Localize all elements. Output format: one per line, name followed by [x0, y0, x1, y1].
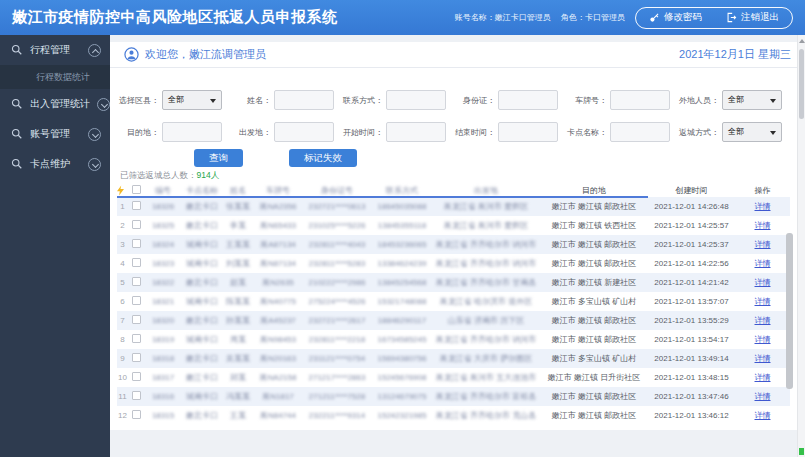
table-row: 1218315嫩北卡口王某黑N84744232211****9314152423…	[117, 406, 790, 425]
row-checkbox-cell	[128, 296, 144, 307]
checkpoint-name-input[interactable]	[610, 122, 670, 142]
row-checkbox[interactable]	[132, 201, 141, 210]
table-row: 418323城南卡口刘某某黑N87134232811****5283133846…	[117, 254, 790, 273]
detail-link[interactable]: 详情	[755, 373, 771, 382]
row-checkbox[interactable]	[132, 239, 141, 248]
row-number: 8	[117, 335, 128, 344]
sidebar-item-label: 出入管理统计	[30, 97, 90, 111]
cell-time: 2021-12-01 13:57:07	[648, 297, 735, 306]
filter-field-return-method: 返城方式：全部	[678, 122, 790, 142]
column-header-8: 创建时间	[648, 185, 735, 196]
plate-number-input[interactable]	[610, 90, 670, 110]
cell-dest: 嫩江市 嫩江镇 邮政社区	[540, 201, 648, 212]
filter-row: 选择区县：全部姓名：联系方式：身份证：车牌号：外地人员：全部	[118, 90, 805, 110]
row-number: 9	[117, 354, 128, 363]
name-input[interactable]	[274, 90, 334, 110]
cell-plate: 黑N40775	[254, 296, 302, 307]
row-checkbox-cell	[128, 353, 144, 364]
filter-field-district: 选择区县：全部	[118, 90, 230, 110]
cell-plate: 黑N2635	[254, 277, 302, 288]
cell-name: 赵某	[222, 277, 254, 288]
row-checkbox[interactable]	[132, 315, 141, 324]
sidebar-item-label: 卡点维护	[30, 157, 70, 171]
origin-input[interactable]	[274, 122, 334, 142]
sidebar-item-checkpoint-maintenance[interactable]: 卡点维护	[0, 149, 110, 179]
detail-link[interactable]: 详情	[755, 240, 771, 249]
account-role-label: 角色：卡口管理员	[561, 13, 625, 22]
cell-plate: 黑N1817	[254, 391, 302, 402]
district-select[interactable]: 全部	[162, 90, 222, 110]
row-checkbox[interactable]	[132, 277, 141, 286]
sidebar-item-account-management[interactable]: 账号管理	[0, 119, 110, 149]
detail-link[interactable]: 详情	[755, 278, 771, 287]
scrollbar-thumb[interactable]	[799, 49, 804, 119]
mark-invalid-button[interactable]: 标记失效	[289, 149, 357, 167]
row-checkbox[interactable]	[132, 410, 141, 419]
page-scrollbar[interactable]	[797, 35, 805, 457]
filter-field-origin: 出发地：	[230, 122, 342, 142]
cell-time: 2021-12-01 13:48:15	[648, 373, 735, 382]
cell-idcard: 232811****5283	[302, 259, 372, 268]
cell-origin: 黑龙江省 齐齐哈尔市 富裕县	[432, 391, 540, 402]
row-checkbox[interactable]	[132, 391, 141, 400]
row-number: 11	[117, 392, 128, 401]
return-method-select[interactable]: 全部	[722, 122, 782, 142]
logout-icon	[726, 12, 737, 23]
table-row: 118326嫩北卡口张某某黑NA2356232721****0613186450…	[117, 197, 790, 216]
cell-phone: 16734585245	[372, 335, 432, 344]
non-local-select[interactable]: 全部	[722, 90, 782, 110]
cell-action: 详情	[735, 334, 790, 345]
detail-link[interactable]: 详情	[755, 202, 771, 211]
cell-dest: 嫩江市 嫩江镇 邮政社区	[540, 410, 648, 421]
detail-link[interactable]: 详情	[755, 316, 771, 325]
cell-serial: 18317	[144, 373, 182, 382]
row-checkbox[interactable]	[132, 334, 141, 343]
destination-input[interactable]	[162, 122, 222, 142]
cell-time: 2021-12-01 14:21:42	[648, 278, 735, 287]
cell-checkpoint: 嫩北卡口	[182, 353, 222, 364]
row-checkbox[interactable]	[132, 372, 141, 381]
row-checkbox[interactable]	[132, 296, 141, 305]
row-checkbox[interactable]	[132, 353, 141, 362]
chevron-up-icon[interactable]	[88, 44, 101, 57]
detail-link[interactable]: 详情	[755, 411, 771, 420]
contact-input[interactable]	[386, 90, 446, 110]
filter-label-origin: 出发地：	[230, 127, 274, 138]
detail-link[interactable]: 详情	[755, 335, 771, 344]
detail-link[interactable]: 详情	[755, 297, 771, 306]
row-checkbox[interactable]	[132, 220, 141, 229]
cell-idcard: 232811****4043	[302, 240, 372, 249]
scrollbar-up-arrow[interactable]	[799, 39, 805, 43]
magnifier-icon	[11, 158, 23, 170]
chevron-down-icon[interactable]	[88, 128, 101, 141]
chevron-down-icon[interactable]	[97, 98, 110, 111]
detail-link[interactable]: 详情	[755, 259, 771, 268]
cell-checkpoint: 城南卡口	[182, 239, 222, 250]
change-password-button[interactable]: 修改密码	[649, 11, 702, 24]
detail-link[interactable]: 详情	[755, 392, 771, 401]
cell-checkpoint: 嫩江卡口	[182, 372, 222, 383]
chevron-down-icon[interactable]	[88, 158, 101, 171]
cell-phone: 13845254568	[372, 278, 432, 287]
row-checkbox-cell	[128, 410, 144, 421]
detail-link[interactable]: 详情	[755, 354, 771, 363]
query-button[interactable]: 查询	[194, 149, 243, 167]
scrollbar-green-marker	[799, 448, 804, 455]
filter-label-contact: 联系方式：	[342, 95, 386, 106]
sidebar-item-access-statistics[interactable]: 出入管理统计	[0, 89, 110, 119]
detail-link[interactable]: 详情	[755, 221, 771, 230]
sidebar-item-trip-management[interactable]: 行程管理	[0, 35, 110, 65]
id-card-input[interactable]	[498, 90, 558, 110]
select-all-checkbox[interactable]	[132, 185, 141, 194]
end-time-input[interactable]	[498, 122, 558, 142]
cell-plate: 黑NA2158	[254, 372, 302, 383]
sidebar-subitem-trip-data-statistics[interactable]: 行程数据统计	[0, 65, 110, 89]
cell-checkpoint: 城南卡口	[182, 334, 222, 345]
column-header-3: 车牌号	[254, 185, 302, 196]
logout-button[interactable]: 注销退出	[726, 11, 779, 24]
cell-phone: 15321748088	[372, 297, 432, 306]
table-scrollbar-thumb[interactable]	[786, 233, 793, 389]
row-checkbox[interactable]	[132, 258, 141, 267]
start-time-input[interactable]	[386, 122, 446, 142]
row-number: 3	[117, 240, 128, 249]
